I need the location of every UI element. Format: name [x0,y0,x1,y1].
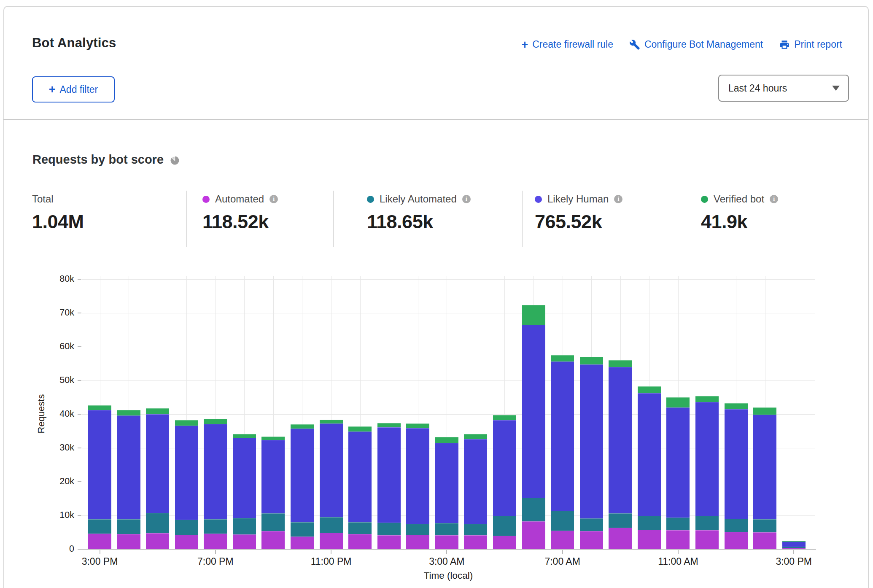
bar-segment-likely-human[interactable] [435,443,458,523]
bar-segment-likely-human[interactable] [204,424,227,519]
bar-segment-likely-automated[interactable] [261,513,285,531]
bar-segment-verified-bot[interactable] [320,420,343,423]
bar-5-00-pm[interactable] [146,408,169,549]
bar-3-00-pm[interactable] [88,405,111,549]
bar-segment-likely-automated[interactable] [753,519,776,532]
bar-2-00-pm[interactable] [753,407,776,549]
bar-9-00-pm[interactable] [261,437,285,549]
bar-segment-automated[interactable] [580,531,603,549]
bar-11-00-pm[interactable] [320,420,343,549]
bar-segment-verified-bot[interactable] [88,405,111,410]
bar-segment-likely-automated[interactable] [291,522,314,537]
bar-11-00-am[interactable] [666,397,690,549]
bar-segment-verified-bot[interactable] [522,305,545,325]
bar-segment-automated[interactable] [695,530,719,549]
bar-segment-automated[interactable] [435,535,458,549]
bar-7-00-am[interactable] [551,355,574,549]
bar-segment-likely-human[interactable] [493,420,516,516]
bar-segment-automated[interactable] [725,532,748,549]
time-range-dropdown[interactable]: Last 24 hours [718,75,849,102]
bar-segment-automated[interactable] [88,534,111,549]
bar-segment-automated[interactable] [348,534,372,549]
bar-segment-likely-automated[interactable] [609,513,632,528]
bar-1-00-pm[interactable] [725,403,748,549]
bar-segment-likely-human[interactable] [175,426,198,520]
bar-10-00-pm[interactable] [291,424,314,549]
bar-segment-likely-automated[interactable] [406,524,429,535]
bar-segment-likely-automated[interactable] [320,517,343,533]
bar-segment-automated[interactable] [233,534,256,549]
print-report-link[interactable]: Print report [779,39,842,50]
bar-segment-likely-human[interactable] [753,415,776,519]
bar-segment-likely-automated[interactable] [522,498,545,521]
bar-8-00-pm[interactable] [233,434,256,549]
bar-segment-automated[interactable] [377,535,401,549]
bar-segment-verified-bot[interactable] [551,355,574,361]
bar-segment-likely-human[interactable] [348,432,372,522]
bar-segment-likely-human[interactable] [551,361,574,511]
bar-segment-verified-bot[interactable] [725,403,748,409]
add-filter-button[interactable]: + Add filter [32,76,115,102]
bar-segment-automated[interactable] [464,535,487,549]
bar-segment-verified-bot[interactable] [609,360,632,367]
configure-bot-management-link[interactable]: Configure Bot Management [629,39,763,50]
bar-segment-automated[interactable] [753,532,776,549]
bar-12-00-pm[interactable] [695,396,719,549]
bar-segment-likely-automated[interactable] [348,522,372,534]
bar-segment-likely-automated[interactable] [725,519,748,532]
bar-segment-automated[interactable] [261,531,285,549]
bar-segment-verified-bot[interactable] [146,408,169,414]
bar-segment-likely-human[interactable] [406,428,429,524]
bar-6-00-pm[interactable] [175,420,198,549]
bar-segment-verified-bot[interactable] [580,357,603,364]
info-icon[interactable]: i [462,195,471,203]
bar-segment-automated[interactable] [551,531,574,549]
bar-segment-verified-bot[interactable] [348,426,372,432]
bar-segment-likely-automated[interactable] [464,524,487,535]
bar-segment-likely-automated[interactable] [233,518,256,534]
bar-8-00-am[interactable] [580,357,603,549]
bar-1-00-am[interactable] [377,423,401,549]
bar-segment-likely-human[interactable] [609,367,632,513]
bar-4-00-am[interactable] [464,434,487,549]
bar-segment-verified-bot[interactable] [435,437,458,443]
bar-segment-automated[interactable] [406,535,429,549]
bar-segment-likely-human[interactable] [377,427,401,523]
bar-segment-automated[interactable] [146,533,169,549]
bar-segment-likely-automated[interactable] [435,523,458,535]
bar-segment-likely-human[interactable] [117,415,140,519]
create-firewall-rule-link[interactable]: + Create firewall rule [521,39,613,50]
bar-segment-verified-bot[interactable] [175,420,198,426]
bar-segment-verified-bot[interactable] [377,423,401,427]
info-icon[interactable]: i [614,195,622,203]
bar-segment-likely-automated[interactable] [146,513,169,533]
bar-segment-verified-bot[interactable] [261,437,285,440]
bar-segment-likely-automated[interactable] [117,519,140,534]
bar-segment-likely-automated[interactable] [204,519,227,534]
bar-segment-likely-human[interactable] [695,402,719,516]
bar-segment-verified-bot[interactable] [233,434,256,438]
bar-6-00-am[interactable] [522,305,545,549]
bar-segment-verified-bot[interactable] [666,397,690,407]
bar-3-00-am[interactable] [435,437,458,549]
bar-segment-likely-human[interactable] [666,407,690,518]
bar-segment-automated[interactable] [175,535,198,549]
bar-segment-verified-bot[interactable] [204,419,227,424]
bar-segment-likely-automated[interactable] [493,516,516,536]
bar-10-00-am[interactable] [638,386,661,549]
bar-segment-likely-human[interactable] [782,542,806,547]
bar-segment-likely-human[interactable] [725,409,748,519]
bar-segment-automated[interactable] [522,521,545,549]
bar-segment-verified-bot[interactable] [291,424,314,429]
bar-9-00-am[interactable] [609,360,632,549]
bar-segment-likely-human[interactable] [320,423,343,517]
bar-segment-automated[interactable] [320,533,343,549]
bar-segment-verified-bot[interactable] [493,415,516,420]
bar-3-00-pm[interactable] [782,541,806,549]
bar-segment-verified-bot[interactable] [638,386,661,393]
bar-segment-automated[interactable] [204,534,227,549]
bar-segment-automated[interactable] [666,530,690,549]
bar-segment-likely-automated[interactable] [377,523,401,535]
bar-2-00-am[interactable] [406,423,429,549]
bar-segment-automated[interactable] [638,530,661,549]
